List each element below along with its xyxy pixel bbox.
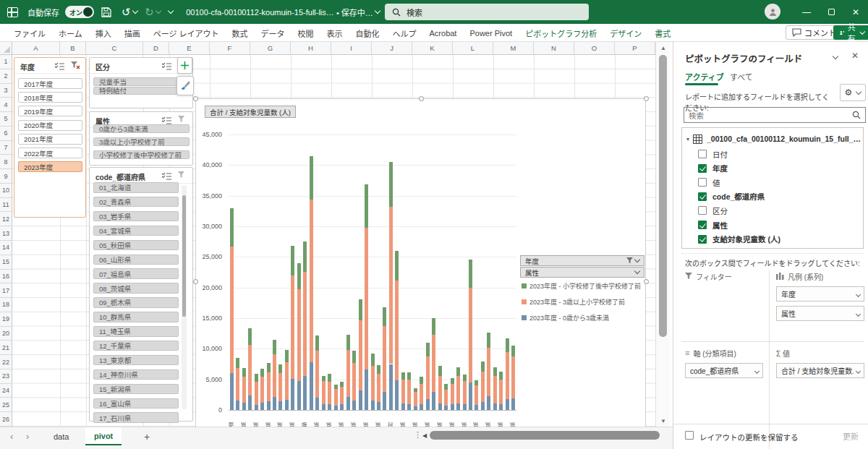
row-header-15[interactable]: 15 (0, 255, 12, 270)
ribbon-tab-4[interactable]: ページ レイアウト (147, 27, 226, 39)
ribbon-tab-1[interactable]: ホーム (52, 27, 89, 39)
fields-search-input[interactable]: 検索 (684, 107, 866, 123)
bar-21_岐阜県-2023年度 - 0歳から3歳未満[interactable] (352, 401, 356, 410)
sheet-nav-right[interactable]: › (26, 427, 29, 445)
bar-26_京都府-2023年度 - 0歳から3歳未満[interactable] (383, 392, 386, 410)
column-header-M[interactable]: M (493, 42, 534, 55)
bar-41_佐賀県-2023年度 - 3歳以上小学校修了前[interactable] (475, 385, 478, 405)
row-header-12[interactable]: 12 (0, 212, 12, 226)
bar-29_奈良県-2023年度 - 3歳以上小学校修了前[interactable] (401, 380, 405, 403)
bar-46_鹿児島県-2023年度 - 0歳から3歳未満[interactable] (506, 399, 509, 410)
slicer-年度[interactable]: 年度2017年度2018年度2019年度2020年度2021年度2022年度20… (14, 57, 86, 218)
bar-27_大阪府-2023年度 - 0歳から3歳未満[interactable] (389, 364, 393, 411)
bar-26_京都府-2023年度 - 3歳以上小学校修了前[interactable] (383, 326, 386, 392)
bar-43_熊本県-2023年度 - 小学校修了後中学校修了前[interactable] (487, 333, 490, 348)
area-pill-年度[interactable]: 年度 (776, 286, 864, 302)
multi-select-icon[interactable] (161, 60, 173, 72)
row-header-2[interactable]: 2 (0, 69, 12, 84)
bar-01_北海道-2023年度 - 小学校修了後中学校修了前[interactable] (230, 208, 234, 247)
bar-38_愛媛県-2023年度 - 3歳以上小学校修了前[interactable] (456, 376, 460, 403)
slicer-item-03_岩手県[interactable]: 03_岩手県 (93, 211, 179, 222)
bar-39_高知県-2023年度 - 小学校修了後中学校修了前[interactable] (463, 375, 467, 381)
pane-options-gear-button[interactable]: ⚙ (840, 84, 866, 101)
bar-30_和歌山県-2023年度 - 小学校修了後中学校修了前[interactable] (407, 372, 411, 380)
row-header-9[interactable]: 9 (0, 169, 12, 184)
bar-06_山形県-2023年度 - 3歳以上小学校修了前[interactable] (260, 377, 264, 403)
bar-45_宮崎県-2023年度 - 3歳以上小学校修了前[interactable] (499, 380, 503, 404)
bar-19_山梨県-2023年度 - 3歳以上小学校修了前[interactable] (340, 387, 344, 405)
bar-25_滋賀県-2023年度 - 0歳から3歳未満[interactable] (377, 402, 380, 410)
bar-09_栃木県-2023年度 - 3歳以上小学校修了前[interactable] (278, 373, 282, 401)
filter-icon[interactable] (176, 170, 189, 181)
bar-05_秋田県-2023年度 - 小学校修了後中学校修了前[interactable] (255, 374, 258, 382)
field-row-属性[interactable]: 属性 (698, 218, 864, 232)
bar-13_東京都-2023年度 - 3歳以上小学校修了前[interactable] (303, 272, 307, 377)
column-header-D[interactable]: D (143, 42, 169, 55)
bar-37_香川県-2023年度 - 小学校修了後中学校修了前[interactable] (451, 378, 454, 384)
autosave-toggle[interactable]: オン (65, 6, 94, 18)
bar-05_秋田県-2023年度 - 3歳以上小学校修了前[interactable] (255, 382, 258, 405)
chart-resize-handle[interactable] (644, 96, 649, 101)
row-header-13[interactable]: 13 (0, 226, 12, 241)
slicer-item-2021年度[interactable]: 2021年度 (18, 134, 82, 145)
bar-18_福井県-2023年度 - 0歳から3歳未満[interactable] (334, 406, 338, 410)
field-checkbox-code_都道府県[interactable] (698, 192, 707, 201)
maximize-button[interactable] (819, 0, 843, 24)
bar-06_山形県-2023年度 - 0歳から3歳未満[interactable] (260, 403, 264, 410)
bar-36_徳島県-2023年度 - 0歳から3歳未満[interactable] (444, 406, 448, 410)
ribbon-tab-6[interactable]: データ (255, 27, 292, 39)
slicer-item-2022年度[interactable]: 2022年度 (18, 147, 82, 158)
column-header-G[interactable]: G (250, 42, 291, 55)
bar-33_岡山県-2023年度 - 小学校修了後中学校修了前[interactable] (426, 343, 430, 356)
bar-45_宮崎県-2023年度 - 小学校修了後中学校修了前[interactable] (499, 372, 503, 380)
row-header-1[interactable]: 1 (0, 55, 12, 69)
chart-resize-handle[interactable] (644, 279, 649, 284)
bar-12_千葉県-2023年度 - 小学校修了後中学校修了前[interactable] (297, 263, 301, 289)
bar-05_秋田県-2023年度 - 0歳から3歳未満[interactable] (255, 405, 258, 410)
chart-elements-button[interactable] (177, 57, 192, 74)
bar-37_香川県-2023年度 - 3歳以上小学校修了前[interactable] (451, 384, 454, 404)
slicer-item-16_富山県[interactable]: 16_富山県 (93, 398, 179, 409)
bar-30_和歌山県-2023年度 - 0歳から3歳未満[interactable] (407, 404, 411, 410)
bar-19_山梨県-2023年度 - 0歳から3歳未満[interactable] (340, 404, 344, 410)
slicer-item-2018年度[interactable]: 2018年度 (18, 92, 82, 103)
ribbon-tab-12[interactable]: Power Pivot (463, 29, 519, 38)
bar-22_静岡県-2023年度 - 3歳以上小学校修了前[interactable] (359, 320, 362, 390)
field-row-支給対象児童数 (人)[interactable]: 支給対象児童数 (人) (698, 232, 864, 247)
ribbon-tab-10[interactable]: ヘルプ (386, 27, 423, 39)
slicer-item-0歳から3歳未満[interactable]: 0歳から3歳未満 (93, 124, 190, 133)
ribbon-tab-13[interactable]: ピボットグラフ分析 (519, 27, 603, 39)
bar-11_埼玉県-2023年度 - 0歳から3歳未満[interactable] (291, 379, 294, 410)
row-header-3[interactable]: 3 (0, 84, 12, 98)
slicer-item-05_秋田県[interactable]: 05_秋田県 (93, 240, 179, 251)
pane-close-icon[interactable]: ✕ (851, 51, 859, 61)
bar-04_宮城県-2023年度 - 0歳から3歳未満[interactable] (248, 395, 252, 410)
hscroll-left-arrow[interactable]: ◀ (422, 432, 427, 439)
ribbon-tab-8[interactable]: 表示 (320, 27, 349, 39)
field-checkbox-値[interactable] (698, 178, 707, 187)
bar-21_岐阜県-2023年度 - 小学校修了後中学校修了前[interactable] (352, 351, 356, 363)
bar-24_三重県-2023年度 - 3歳以上小学校修了前[interactable] (371, 366, 375, 401)
undo-button[interactable]: ↺ (122, 0, 137, 24)
slicer-item-02_青森県[interactable]: 02_青森県 (93, 197, 179, 208)
column-header-O[interactable]: O (574, 42, 615, 55)
vertical-scroll-thumb[interactable] (659, 55, 667, 337)
chart-resize-handle[interactable] (193, 279, 198, 284)
bar-46_鹿児島県-2023年度 - 3歳以上小学校修了前[interactable] (506, 352, 509, 398)
horizontal-scroll-thumb[interactable] (430, 431, 660, 440)
bar-32_島根県-2023年度 - 小学校修了後中学校修了前[interactable] (420, 377, 423, 383)
slicer-item-小学校修了後中学校修了前[interactable]: 小学校修了後中学校修了前 (93, 150, 190, 159)
row-header-20[interactable]: 20 (0, 327, 12, 341)
bar-17_石川県-2023年度 - 0歳から3歳未満[interactable] (328, 404, 331, 410)
column-header-H[interactable]: H (291, 42, 331, 55)
chart-resize-handle[interactable] (193, 96, 198, 101)
bar-10_群馬県-2023年度 - 0歳から3歳未満[interactable] (285, 400, 289, 410)
bar-33_岡山県-2023年度 - 3歳以上小学校修了前[interactable] (426, 356, 430, 398)
bar-10_群馬県-2023年度 - 3歳以上小学校修了前[interactable] (285, 362, 289, 400)
bar-46_鹿児島県-2023年度 - 小学校修了後中学校修了前[interactable] (506, 338, 509, 352)
bar-09_栃木県-2023年度 - 0歳から3歳未満[interactable] (278, 401, 282, 410)
area-filters[interactable]: フィルター (685, 270, 763, 337)
bar-42_長崎県-2023年度 - 小学校修了後中学校修了前[interactable] (481, 362, 485, 372)
column-header-J[interactable]: J (372, 42, 412, 55)
sheet-tab-data[interactable]: data (45, 427, 77, 445)
